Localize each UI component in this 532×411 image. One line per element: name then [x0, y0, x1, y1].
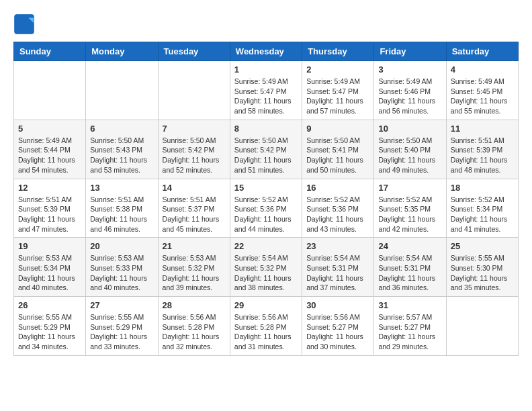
- calendar-cell: 19Sunrise: 5:53 AM Sunset: 5:34 PM Dayli…: [14, 238, 86, 297]
- day-number: 29: [234, 300, 298, 310]
- day-number: 21: [163, 241, 226, 251]
- day-info: Sunrise: 5:50 AM Sunset: 5:43 PM Dayligh…: [90, 136, 153, 175]
- day-info: Sunrise: 5:51 AM Sunset: 5:38 PM Dayligh…: [90, 195, 153, 234]
- calendar-cell: 22Sunrise: 5:54 AM Sunset: 5:32 PM Dayli…: [230, 238, 302, 297]
- calendar-week-row: 26Sunrise: 5:55 AM Sunset: 5:29 PM Dayli…: [14, 297, 519, 356]
- day-number: 10: [378, 124, 441, 134]
- calendar-cell: 20Sunrise: 5:53 AM Sunset: 5:33 PM Dayli…: [86, 238, 158, 297]
- day-info: Sunrise: 5:54 AM Sunset: 5:31 PM Dayligh…: [378, 253, 441, 293]
- calendar-cell: 2Sunrise: 5:49 AM Sunset: 5:47 PM Daylig…: [302, 61, 374, 120]
- day-info: Sunrise: 5:50 AM Sunset: 5:42 PM Dayligh…: [234, 136, 298, 175]
- day-info: Sunrise: 5:49 AM Sunset: 5:45 PM Dayligh…: [451, 77, 514, 116]
- day-info: Sunrise: 5:51 AM Sunset: 5:39 PM Dayligh…: [451, 136, 514, 175]
- calendar-cell: 21Sunrise: 5:53 AM Sunset: 5:32 PM Dayli…: [158, 238, 230, 297]
- calendar-cell: 30Sunrise: 5:56 AM Sunset: 5:27 PM Dayli…: [302, 297, 374, 356]
- logo-icon: [13, 13, 35, 35]
- calendar-cell: 27Sunrise: 5:55 AM Sunset: 5:29 PM Dayli…: [86, 297, 158, 356]
- calendar-week-row: 1Sunrise: 5:49 AM Sunset: 5:47 PM Daylig…: [14, 61, 519, 120]
- calendar-cell: 8Sunrise: 5:50 AM Sunset: 5:42 PM Daylig…: [230, 120, 302, 179]
- calendar-cell: 23Sunrise: 5:54 AM Sunset: 5:31 PM Dayli…: [302, 238, 374, 297]
- calendar-table: SundayMondayTuesdayWednesdayThursdayFrid…: [13, 42, 519, 356]
- day-of-week-header: Wednesday: [230, 42, 302, 61]
- calendar-cell: 1Sunrise: 5:49 AM Sunset: 5:47 PM Daylig…: [230, 61, 302, 120]
- day-number: 13: [90, 183, 153, 193]
- day-number: 25: [451, 241, 514, 251]
- day-info: Sunrise: 5:55 AM Sunset: 5:29 PM Dayligh…: [90, 312, 153, 352]
- day-info: Sunrise: 5:55 AM Sunset: 5:30 PM Dayligh…: [451, 253, 514, 293]
- calendar-cell: 7Sunrise: 5:50 AM Sunset: 5:42 PM Daylig…: [158, 120, 230, 179]
- day-info: Sunrise: 5:50 AM Sunset: 5:42 PM Dayligh…: [163, 136, 226, 175]
- day-info: Sunrise: 5:56 AM Sunset: 5:28 PM Dayligh…: [234, 312, 298, 352]
- day-number: 12: [18, 183, 81, 193]
- calendar-cell: 4Sunrise: 5:49 AM Sunset: 5:45 PM Daylig…: [446, 61, 518, 120]
- day-number: 1: [234, 64, 298, 75]
- day-number: 3: [378, 64, 441, 75]
- calendar-cell: 13Sunrise: 5:51 AM Sunset: 5:38 PM Dayli…: [86, 179, 158, 238]
- day-info: Sunrise: 5:51 AM Sunset: 5:37 PM Dayligh…: [163, 195, 226, 234]
- day-number: 30: [306, 300, 369, 310]
- svg-rect-0: [15, 15, 34, 34]
- calendar-cell: 26Sunrise: 5:55 AM Sunset: 5:29 PM Dayli…: [14, 297, 86, 356]
- calendar-cell: 16Sunrise: 5:52 AM Sunset: 5:36 PM Dayli…: [302, 179, 374, 238]
- page-header: [13, 13, 519, 35]
- day-info: Sunrise: 5:52 AM Sunset: 5:36 PM Dayligh…: [306, 195, 369, 234]
- day-number: 16: [306, 183, 369, 193]
- day-info: Sunrise: 5:53 AM Sunset: 5:34 PM Dayligh…: [18, 253, 81, 293]
- day-info: Sunrise: 5:53 AM Sunset: 5:33 PM Dayligh…: [90, 253, 153, 293]
- day-number: 4: [451, 64, 514, 75]
- day-number: 18: [451, 183, 514, 193]
- calendar-cell: 31Sunrise: 5:57 AM Sunset: 5:27 PM Dayli…: [374, 297, 446, 356]
- calendar-cell: 25Sunrise: 5:55 AM Sunset: 5:30 PM Dayli…: [446, 238, 518, 297]
- calendar-header-row: SundayMondayTuesdayWednesdayThursdayFrid…: [14, 42, 519, 61]
- calendar-cell: 9Sunrise: 5:50 AM Sunset: 5:41 PM Daylig…: [302, 120, 374, 179]
- day-info: Sunrise: 5:49 AM Sunset: 5:46 PM Dayligh…: [378, 77, 441, 116]
- calendar-cell: 11Sunrise: 5:51 AM Sunset: 5:39 PM Dayli…: [446, 120, 518, 179]
- calendar-cell: 6Sunrise: 5:50 AM Sunset: 5:43 PM Daylig…: [86, 120, 158, 179]
- day-number: 24: [378, 241, 441, 251]
- day-number: 5: [18, 124, 81, 134]
- day-of-week-header: Friday: [374, 42, 446, 61]
- day-info: Sunrise: 5:52 AM Sunset: 5:36 PM Dayligh…: [234, 195, 298, 234]
- calendar-week-row: 12Sunrise: 5:51 AM Sunset: 5:39 PM Dayli…: [14, 179, 519, 238]
- day-info: Sunrise: 5:49 AM Sunset: 5:44 PM Dayligh…: [18, 136, 81, 175]
- calendar-cell: 28Sunrise: 5:56 AM Sunset: 5:28 PM Dayli…: [158, 297, 230, 356]
- calendar-cell: 12Sunrise: 5:51 AM Sunset: 5:39 PM Dayli…: [14, 179, 86, 238]
- day-info: Sunrise: 5:51 AM Sunset: 5:39 PM Dayligh…: [18, 195, 81, 234]
- day-info: Sunrise: 5:50 AM Sunset: 5:40 PM Dayligh…: [378, 136, 441, 175]
- day-info: Sunrise: 5:56 AM Sunset: 5:27 PM Dayligh…: [306, 312, 369, 352]
- day-number: 2: [306, 64, 369, 75]
- day-info: Sunrise: 5:52 AM Sunset: 5:34 PM Dayligh…: [451, 195, 514, 234]
- calendar-cell: 10Sunrise: 5:50 AM Sunset: 5:40 PM Dayli…: [374, 120, 446, 179]
- calendar-cell: 24Sunrise: 5:54 AM Sunset: 5:31 PM Dayli…: [374, 238, 446, 297]
- calendar-cell: 14Sunrise: 5:51 AM Sunset: 5:37 PM Dayli…: [158, 179, 230, 238]
- day-number: 17: [378, 183, 441, 193]
- day-info: Sunrise: 5:54 AM Sunset: 5:32 PM Dayligh…: [234, 253, 298, 293]
- calendar-cell: [14, 61, 86, 120]
- day-number: 11: [451, 124, 514, 134]
- calendar-cell: 17Sunrise: 5:52 AM Sunset: 5:35 PM Dayli…: [374, 179, 446, 238]
- day-info: Sunrise: 5:54 AM Sunset: 5:31 PM Dayligh…: [306, 253, 369, 293]
- day-number: 26: [18, 300, 81, 310]
- day-number: 9: [306, 124, 369, 134]
- day-number: 20: [90, 241, 153, 251]
- day-info: Sunrise: 5:50 AM Sunset: 5:41 PM Dayligh…: [306, 136, 369, 175]
- day-number: 22: [234, 241, 298, 251]
- day-info: Sunrise: 5:53 AM Sunset: 5:32 PM Dayligh…: [163, 253, 226, 293]
- day-of-week-header: Saturday: [446, 42, 518, 61]
- day-number: 23: [306, 241, 369, 251]
- calendar-cell: 18Sunrise: 5:52 AM Sunset: 5:34 PM Dayli…: [446, 179, 518, 238]
- day-info: Sunrise: 5:56 AM Sunset: 5:28 PM Dayligh…: [163, 312, 226, 352]
- calendar-cell: 15Sunrise: 5:52 AM Sunset: 5:36 PM Dayli…: [230, 179, 302, 238]
- day-number: 15: [234, 183, 298, 193]
- day-info: Sunrise: 5:55 AM Sunset: 5:29 PM Dayligh…: [18, 312, 81, 352]
- calendar-cell: 29Sunrise: 5:56 AM Sunset: 5:28 PM Dayli…: [230, 297, 302, 356]
- day-number: 27: [90, 300, 153, 310]
- day-number: 19: [18, 241, 81, 251]
- calendar-week-row: 5Sunrise: 5:49 AM Sunset: 5:44 PM Daylig…: [14, 120, 519, 179]
- day-info: Sunrise: 5:52 AM Sunset: 5:35 PM Dayligh…: [378, 195, 441, 234]
- calendar-cell: [86, 61, 158, 120]
- day-number: 6: [90, 124, 153, 134]
- day-number: 7: [163, 124, 226, 134]
- day-info: Sunrise: 5:49 AM Sunset: 5:47 PM Dayligh…: [234, 77, 298, 116]
- day-of-week-header: Tuesday: [158, 42, 230, 61]
